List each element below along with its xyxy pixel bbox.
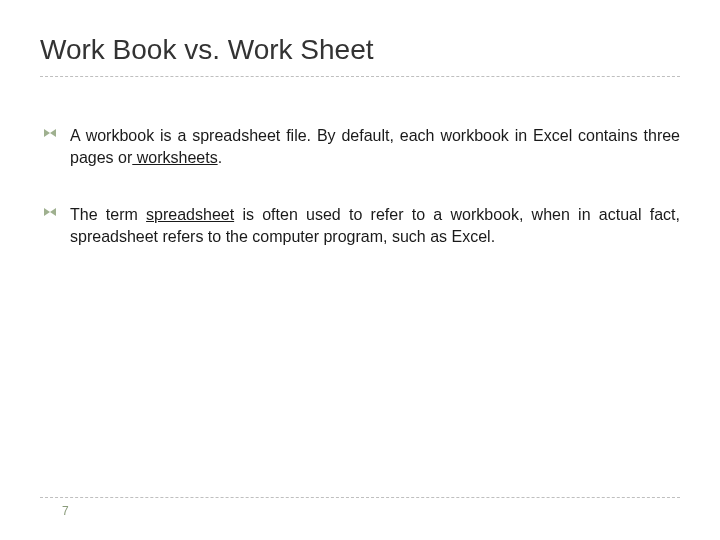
list-item: A workbook is a spreadsheet file. By def… xyxy=(40,125,680,168)
bullet-list: A workbook is a spreadsheet file. By def… xyxy=(40,125,680,247)
spreadsheet-link[interactable]: spreadsheet xyxy=(146,206,234,223)
bullet-text-post: . xyxy=(218,149,222,166)
slide: Work Book vs. Work Sheet A workbook is a… xyxy=(0,0,720,540)
page-number: 7 xyxy=(40,504,680,518)
list-item: The term spreadsheet is often used to re… xyxy=(40,204,680,247)
bullet-text-pre: The term xyxy=(70,206,146,223)
worksheets-link[interactable]: worksheets xyxy=(132,149,217,166)
page-title: Work Book vs. Work Sheet xyxy=(40,34,680,77)
footer: 7 xyxy=(40,497,680,518)
